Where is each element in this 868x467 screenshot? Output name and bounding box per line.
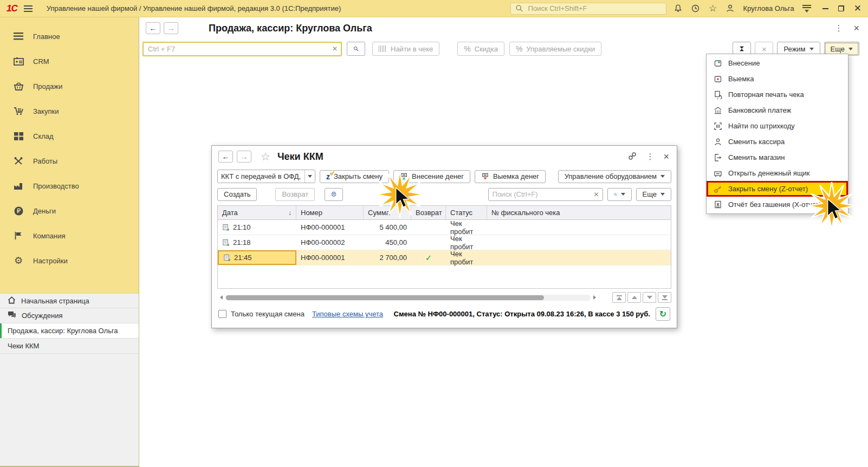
back-button[interactable]: ← [146,22,160,34]
sidebar-item-warehouse[interactable]: Склад [0,124,139,148]
list-search-input[interactable]: ✕ [488,188,603,201]
menu-item-open-cash-drawer[interactable]: Открыть денежный ящик [707,165,848,181]
sidebar-item-label: Продажи [33,82,62,90]
sidebar-item-production[interactable]: Производство [0,173,139,198]
sidebar-item-purchases[interactable]: Закупки [0,99,139,124]
clear-input-icon[interactable]: ✕ [591,189,603,200]
scroll-left-icon[interactable] [217,295,225,300]
column-header-number[interactable]: Номер [296,206,364,219]
go-prev-button[interactable] [627,292,641,303]
close-app-button[interactable]: ✕ [854,4,861,13]
global-search-field[interactable] [528,4,663,12]
list-search-field[interactable] [489,190,591,198]
scrollbar-track[interactable] [225,295,591,301]
document-posted-icon [223,254,231,262]
create-button[interactable]: Создать [217,188,257,201]
chevron-down-icon [305,170,315,183]
menu-item-change-store[interactable]: Сменить магазин [707,150,848,165]
close-window-icon[interactable]: × [663,152,669,161]
back-button[interactable]: ← [218,151,233,163]
favorites-star-icon[interactable]: ☆ [708,3,718,14]
link-icon[interactable] [628,152,637,162]
column-header-fiscal[interactable]: № фискального чека [487,206,671,219]
product-search-input[interactable]: ✕ [142,42,342,56]
hourglass-icon [739,45,744,53]
menu-item-bank-payment[interactable]: Банковский платеж [707,102,848,118]
kkm-window-footer: Только текущая смена Типовые схемы учета… [212,307,677,321]
cash-out-button[interactable]: Выемка денег [475,170,546,183]
1c-logo: 1С [7,3,17,14]
menu-item-deposit[interactable]: Внесение [707,55,848,71]
go-next-button[interactable] [643,292,656,303]
column-header-date[interactable]: Дата↓ [218,206,296,219]
chevron-down-icon [809,48,814,50]
menu-item-withdrawal[interactable]: Выемка [707,71,848,87]
menu-item-close-shift-z-report[interactable]: Закрыть смену (Z-отчет) [707,181,848,197]
exit-door-icon [713,153,722,162]
scrollbar-thumb[interactable] [226,295,544,300]
product-search-field[interactable] [144,45,329,53]
refund-button[interactable]: Возврат [275,188,315,201]
print-button[interactable] [325,188,343,201]
managed-discounts-button[interactable]: % Управляемые скидки [509,42,601,56]
scroll-right-icon[interactable] [591,295,598,300]
nav-item-kkm-checks[interactable]: Чеки ККМ [0,339,139,354]
window-menu-icon[interactable]: ⋮ [646,152,654,161]
table-row-selected[interactable]: 21:45 НФ00-000001 2 700,00 ✓ Чек пробит [218,250,671,265]
menu-item-x-report[interactable]: Отчёт без гашения (X-отчет) [707,197,848,212]
sidebar-item-sales[interactable]: Продажи [0,74,139,99]
column-header-return[interactable]: Возврат [411,206,446,219]
cash-in-button[interactable]: Внесение денег [393,170,470,183]
table-row[interactable]: 21:18 НФ00-000002 450,00 Чек пробит [218,235,671,250]
sidebar-item-works[interactable]: Работы [0,148,139,173]
current-user[interactable]: Круглова Ольга [743,4,794,12]
percent-icon: % [464,44,470,53]
menu-item-change-cashier[interactable]: Сменить кассира [707,134,848,150]
go-last-button[interactable] [658,292,671,303]
kkm-checks-window: ← → ☆ Чеки ККМ ⋮ × ККТ с передачей в ОФД… [211,145,677,328]
nav-item-sale-window[interactable]: Продажа, кассир: Круглова Ольга [0,323,139,339]
nav-item-home[interactable]: Начальная страница [0,293,139,308]
refresh-button[interactable]: ↻ [656,307,670,321]
notifications-bell-icon[interactable] [673,3,684,14]
list-more-button[interactable]: Еще [636,188,671,201]
equipment-button[interactable]: Управление оборудованием [558,170,671,183]
discount-button[interactable]: % Скидка [457,42,504,56]
restore-button[interactable] [838,5,844,11]
z-report-icon: z [326,173,330,180]
x-report-icon [713,200,722,209]
tools-icon [13,155,24,166]
accounting-schemes-link[interactable]: Типовые схемы учета [312,310,383,318]
clear-input-icon[interactable]: ✕ [329,43,341,55]
nav-item-discussions[interactable]: Обсуждения [0,308,139,323]
sidebar-item-main[interactable]: Главное [0,24,139,49]
panel-settings-icon[interactable] [802,5,812,12]
current-shift-checkbox[interactable] [218,310,226,318]
minimize-button[interactable] [822,8,828,9]
kkt-selector[interactable]: ККТ с передачей в ОФД, [217,170,315,183]
favorite-star-icon[interactable]: ☆ [261,150,270,163]
column-header-sum[interactable]: Сумма [364,206,411,219]
history-icon[interactable] [690,3,701,14]
menu-item-reprint-check[interactable]: Повторная печать чека [707,87,848,102]
sidebar-item-money[interactable]: Деньги [0,198,139,223]
close-shift-button[interactable]: z Закрыть смену [320,170,389,183]
table-row[interactable]: 21:10 НФ00-000001 5 400,00 Чек пробит [218,220,671,235]
go-first-button[interactable] [612,292,626,303]
forward-button[interactable]: → [164,22,178,34]
close-window-icon[interactable]: × [853,23,859,33]
global-search-input[interactable] [510,3,666,15]
horizontal-scrollbar [217,292,671,303]
main-menu-icon[interactable] [24,5,33,12]
column-header-status[interactable]: Статус [446,206,487,219]
search-button[interactable] [347,42,365,56]
user-icon[interactable] [725,3,736,14]
forward-button[interactable]: → [237,151,251,163]
window-menu-icon[interactable]: ⋮ [834,23,843,33]
list-search-button[interactable] [607,188,632,201]
menu-item-find-by-barcode[interactable]: Найти по штрихкоду [707,118,848,134]
find-in-check-button[interactable]: Найти в чеке [372,42,439,56]
sidebar-item-company[interactable]: Компания [0,223,139,248]
sidebar-item-settings[interactable]: ⚙ Настройки [0,248,139,273]
sidebar-item-crm[interactable]: CRM [0,49,139,74]
